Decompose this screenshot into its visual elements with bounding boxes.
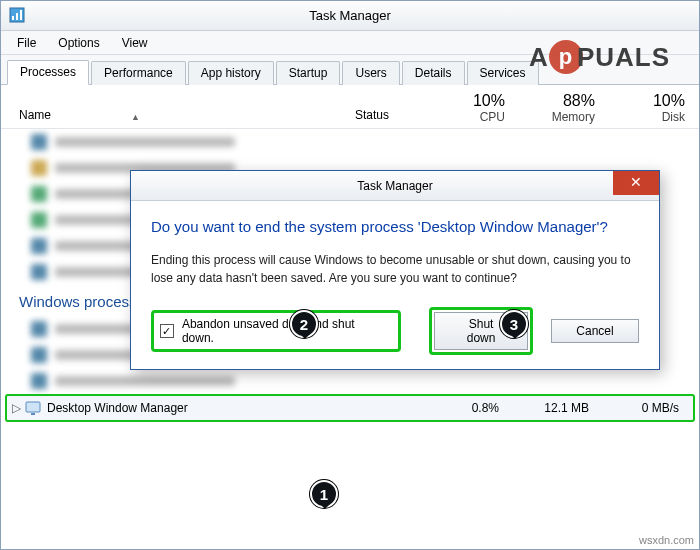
column-name[interactable]: Name ▲ [1, 104, 349, 128]
watermark: A p PUALS [529, 40, 670, 74]
disk-usage-value: 10% [613, 92, 685, 110]
process-disk-value: 0 MB/s [603, 401, 693, 415]
svg-rect-1 [12, 16, 14, 20]
svg-rect-2 [16, 13, 18, 20]
svg-rect-3 [20, 10, 22, 20]
memory-usage-value: 88% [523, 92, 595, 110]
cpu-usage-value: 10% [433, 92, 505, 110]
tab-users[interactable]: Users [342, 61, 399, 85]
dialog-main-text: Do you want to end the system process 'D… [151, 217, 639, 237]
close-icon: ✕ [630, 174, 642, 190]
window-title: Task Manager [309, 8, 391, 23]
memory-label: Memory [552, 110, 595, 124]
process-icon [25, 400, 41, 416]
watermark-pre: A [529, 42, 549, 73]
tab-details[interactable]: Details [402, 61, 465, 85]
tab-services[interactable]: Services [467, 61, 539, 85]
column-header-row: Name ▲ Status 10% CPU 88% Memory 10% Dis… [1, 85, 699, 129]
watermark-post: PUALS [577, 42, 670, 73]
image-credit: wsxdn.com [639, 534, 694, 546]
disk-label: Disk [662, 110, 685, 124]
close-button[interactable]: ✕ [613, 171, 659, 195]
cancel-button[interactable]: Cancel [551, 319, 639, 343]
column-memory[interactable]: 88% Memory [519, 88, 609, 128]
tab-startup[interactable]: Startup [276, 61, 341, 85]
menu-file[interactable]: File [7, 33, 46, 53]
sort-arrow-icon: ▲ [131, 112, 140, 122]
column-disk[interactable]: 10% Disk [609, 88, 699, 128]
tab-performance[interactable]: Performance [91, 61, 186, 85]
checkbox-icon[interactable]: ✓ [160, 324, 174, 338]
app-icon [9, 7, 25, 23]
svg-rect-4 [26, 402, 40, 412]
list-item[interactable] [1, 368, 699, 394]
dialog-description: Ending this process will cause Windows t… [151, 251, 639, 287]
dialog-titlebar[interactable]: Task Manager ✕ [131, 171, 659, 201]
expand-icon[interactable]: ▷ [7, 401, 25, 415]
checkbox-label: Abandon unsaved data and shut down. [182, 317, 388, 345]
process-name: Desktop Window Manager [47, 401, 423, 415]
menu-view[interactable]: View [112, 33, 158, 53]
selected-process-row[interactable]: ▷ Desktop Window Manager 0.8% 12.1 MB 0 … [5, 394, 695, 422]
process-cpu-value: 0.8% [423, 401, 513, 415]
abandon-checkbox-wrap[interactable]: ✓ Abandon unsaved data and shut down. [151, 310, 401, 352]
annotation-badge-1: 1 [310, 480, 338, 508]
annotation-badge-2: 2 [290, 310, 318, 338]
tab-processes[interactable]: Processes [7, 60, 89, 85]
window-titlebar[interactable]: Task Manager [1, 1, 699, 31]
process-memory-value: 12.1 MB [513, 401, 603, 415]
cpu-label: CPU [480, 110, 505, 124]
confirm-dialog: Task Manager ✕ Do you want to end the sy… [130, 170, 660, 370]
column-status[interactable]: Status [349, 104, 429, 128]
list-item[interactable] [1, 129, 699, 155]
dialog-actions: ✓ Abandon unsaved data and shut down. Sh… [151, 307, 639, 355]
dialog-body: Do you want to end the system process 'D… [131, 201, 659, 369]
svg-rect-5 [31, 413, 35, 415]
annotation-badge-3: 3 [500, 310, 528, 338]
column-cpu[interactable]: 10% CPU [429, 88, 519, 128]
menu-options[interactable]: Options [48, 33, 109, 53]
tab-app-history[interactable]: App history [188, 61, 274, 85]
dialog-title: Task Manager [357, 179, 432, 193]
column-name-label: Name [19, 108, 51, 122]
column-status-label: Status [355, 108, 389, 122]
